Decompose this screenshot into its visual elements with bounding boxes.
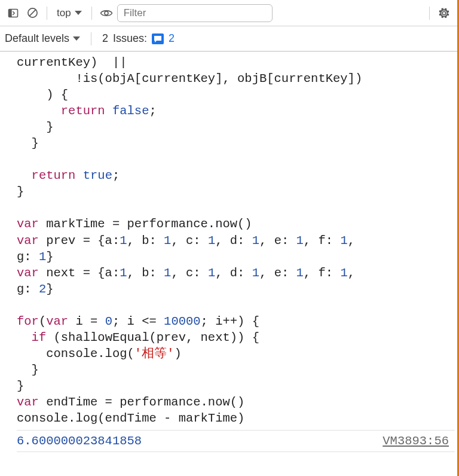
issues-count-label: 2 [102,32,108,45]
eye-icon [100,8,113,18]
log-level-selector[interactable]: Default levels [5,32,80,45]
issues-label: Issues: [113,32,147,45]
console-subtoolbar: Default levels 2 Issues: 2 [0,26,457,51]
svg-point-4 [105,11,108,15]
separator [91,32,91,45]
separator [47,7,47,20]
context-label: top [57,7,71,19]
ban-icon [27,7,38,19]
execution-context-selector[interactable]: top [53,5,85,22]
toggle-sidebar-button[interactable] [5,5,22,22]
console-settings-button[interactable] [436,5,452,22]
issues-button[interactable]: 2 Issues: 2 [102,32,175,45]
log-source-link[interactable]: VM3893:56 [382,433,449,449]
issues-badge-count: 2 [169,32,175,45]
panel-icon [8,8,19,19]
chevron-down-icon [73,36,80,41]
code-block: currentKey) || !is(objA[currentKey], obj… [17,54,455,426]
console-log-row: 6.600000023841858 VM3893:56 [17,430,455,452]
svg-rect-1 [9,9,12,17]
log-value: 6.600000023841858 [17,433,142,449]
svg-line-3 [29,10,36,16]
console-toolbar: top [0,0,457,26]
filter-input[interactable] [117,4,273,22]
gear-icon [438,7,450,19]
clear-console-button[interactable] [24,5,41,22]
live-expression-button[interactable] [98,5,115,22]
log-level-label: Default levels [5,32,69,45]
chevron-down-icon [75,11,82,15]
issue-icon [152,33,164,44]
console-output[interactable]: currentKey) || !is(objA[currentKey], obj… [0,51,457,452]
separator [91,7,92,20]
separator [429,7,430,20]
